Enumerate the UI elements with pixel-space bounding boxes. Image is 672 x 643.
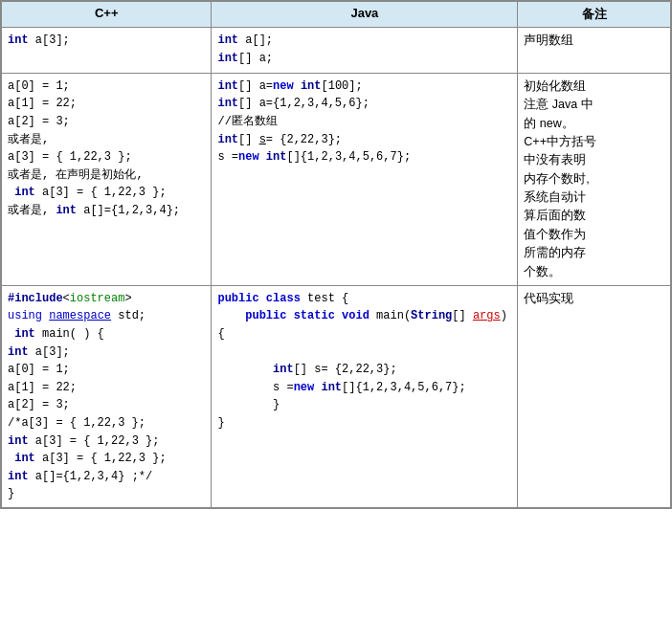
java-code-row1: int a[]; int[] a; [217,33,273,65]
java-code-row3: public class test { public static void m… [217,290,511,432]
note-row2-l2: 注意 Java 中 [524,98,593,111]
note-row2-l11: 个数。 [524,265,561,278]
row1-cpp-cell: int a[3]; [2,28,212,74]
note-row2-l7: 系统自动计 [524,190,586,204]
header-java: Java [212,2,518,28]
row3-cpp-cell: #include<iostream> using namespace std; … [2,285,212,507]
comparison-table: C++ Java 备注 int a[3]; int a[]; int[] a; … [0,0,672,509]
table-row: #include<iostream> using namespace std; … [2,285,671,507]
java-code-row2: int[] a=new int[100]; int[] a={1,2,3,4,5… [217,78,511,166]
header-note: 备注 [518,2,671,28]
note-row2-l4: C++中方括号 [524,135,596,148]
note-row2-text: 初始化数组 [524,79,586,93]
note-row2-l9: 值个数作为 [524,228,586,241]
note-row2-l3: 的 new。 [524,117,573,130]
row3-note-cell: 代码实现 [518,285,671,507]
note-row2-l5: 中没有表明 [524,153,586,166]
note-row2-l6: 内存个数时, [524,172,589,186]
row1-note-cell: 声明数组 [518,28,671,74]
note-row2-l8: 算后面的数 [524,209,586,222]
row2-cpp-cell: a[0] = 1; a[1] = 22; a[2] = 3; 或者是, a[3]… [2,73,212,285]
row2-note-cell: 初始化数组 注意 Java 中 的 new。 C++中方括号 中没有表明 内存个… [518,73,671,285]
cpp-code-row3: #include<iostream> using namespace std; … [8,290,205,503]
header-cpp: C++ [2,2,212,28]
row2-java-cell: int[] a=new int[100]; int[] a={1,2,3,4,5… [212,73,518,285]
row1-java-cell: int a[]; int[] a; [212,28,518,74]
table-row: a[0] = 1; a[1] = 22; a[2] = 3; 或者是, a[3]… [2,73,671,285]
cpp-code-row1: int a[3]; [8,33,70,47]
cpp-code-row2: a[0] = 1; a[1] = 22; a[2] = 3; 或者是, a[3]… [8,78,205,220]
note-row2-l10: 所需的内存 [524,246,586,259]
row3-java-cell: public class test { public static void m… [212,285,518,507]
table-row: int a[3]; int a[]; int[] a; 声明数组 [2,28,671,74]
